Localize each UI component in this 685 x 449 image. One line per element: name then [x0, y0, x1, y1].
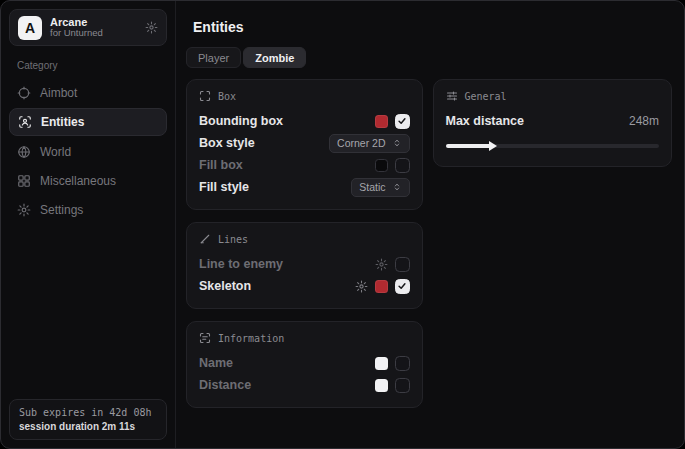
subscription-card: Sub expires in 42d 08h session duration …	[9, 399, 167, 440]
dropdown-value: Static	[359, 181, 385, 193]
card-box: Box Bounding box Box style	[186, 79, 423, 210]
row-label: Line to enemy	[199, 257, 283, 271]
setting-row-fill-box: Fill box	[199, 154, 410, 176]
main-panel: Entities Player Zombie Box Bounding box	[176, 1, 684, 448]
color-swatch[interactable]	[375, 159, 388, 172]
sidebar-item-label: Entities	[41, 115, 84, 129]
app-subtitle: for Unturned	[50, 28, 137, 39]
color-swatch[interactable]	[375, 357, 388, 370]
box-style-dropdown[interactable]: Corner 2D	[329, 134, 409, 153]
scan-text-icon	[199, 332, 211, 344]
sidebar-item-label: Settings	[40, 203, 83, 217]
sidebar-item-aimbot[interactable]: Aimbot	[9, 79, 167, 106]
diagonal-line-icon	[199, 233, 211, 245]
scan-icon	[199, 90, 211, 102]
row-label: Fill style	[199, 180, 249, 194]
right-column: General Max distance 248m	[433, 79, 673, 167]
dropdown-value: Corner 2D	[337, 137, 385, 149]
sidebar-nav: Aimbot Entities World Miscellaneous	[9, 79, 167, 223]
brand-card: A Arcane for Unturned	[9, 9, 167, 46]
fill-style-dropdown[interactable]: Static	[351, 178, 409, 197]
sidebar-item-label: World	[40, 145, 71, 159]
row-controls	[355, 279, 410, 294]
check-icon	[397, 116, 407, 126]
row-label: Name	[199, 356, 233, 370]
row-controls	[375, 158, 410, 173]
gear-icon[interactable]	[145, 21, 158, 34]
sidebar: A Arcane for Unturned Category Aimbot	[1, 1, 176, 448]
card-lines-header: Lines	[199, 233, 410, 245]
sidebar-item-entities[interactable]: Entities	[9, 108, 167, 136]
color-swatch[interactable]	[375, 115, 388, 128]
session-duration-text: session duration 2m 11s	[19, 420, 157, 434]
app-logo: A	[18, 16, 42, 40]
setting-row-box-style: Box style Corner 2D	[199, 132, 410, 154]
left-column: Box Bounding box Box style	[186, 79, 423, 408]
chevrons-up-down-icon	[392, 138, 402, 148]
slider-thumb[interactable]	[489, 141, 497, 151]
row-controls	[375, 378, 410, 393]
row-controls	[375, 356, 410, 371]
checkbox[interactable]	[395, 279, 410, 294]
card-box-header: Box	[199, 90, 410, 102]
user-scan-icon	[18, 115, 32, 129]
color-swatch[interactable]	[375, 280, 388, 293]
layout-grid-icon	[17, 174, 31, 188]
setting-row-distance: Distance	[199, 374, 410, 396]
slider-fill	[446, 144, 493, 148]
row-controls	[375, 114, 410, 129]
tab-zombie[interactable]: Zombie	[243, 47, 306, 68]
card-title: Lines	[218, 234, 248, 245]
setting-row-bounding-box: Bounding box	[199, 110, 410, 132]
checkbox[interactable]	[395, 378, 410, 393]
brand-text: Arcane for Unturned	[50, 16, 137, 40]
sidebar-spacer	[9, 223, 167, 399]
setting-row-skeleton: Skeleton	[199, 275, 410, 297]
card-lines: Lines Line to enemy Skeleton	[186, 222, 423, 309]
setting-row-name: Name	[199, 352, 410, 374]
chevrons-up-down-icon	[392, 182, 402, 192]
crosshair-icon	[17, 86, 31, 100]
sub-expiry-text: Sub expires in 42d 08h	[19, 406, 157, 420]
checkbox[interactable]	[395, 158, 410, 173]
color-swatch[interactable]	[375, 379, 388, 392]
card-title: Box	[218, 91, 236, 102]
row-label: Box style	[199, 136, 255, 150]
sidebar-item-settings[interactable]: Settings	[9, 196, 167, 223]
checkbox[interactable]	[395, 257, 410, 272]
row-controls	[375, 257, 410, 272]
row-label: Bounding box	[199, 114, 283, 128]
setting-row-max-distance: Max distance 248m	[446, 110, 660, 132]
gear-icon[interactable]	[375, 258, 388, 271]
tab-player[interactable]: Player	[186, 47, 241, 68]
check-icon	[397, 281, 407, 291]
card-title: General	[465, 91, 507, 102]
row-label: Fill box	[199, 158, 243, 172]
page-title: Entities	[193, 19, 672, 35]
app-window: A Arcane for Unturned Category Aimbot	[0, 0, 685, 449]
sidebar-item-world[interactable]: World	[9, 138, 167, 165]
row-label: Skeleton	[199, 279, 251, 293]
row-label: Distance	[199, 378, 251, 392]
category-label: Category	[17, 60, 167, 71]
checkbox[interactable]	[395, 356, 410, 371]
gear-icon	[17, 203, 31, 217]
tab-group: Player Zombie	[186, 47, 672, 68]
sliders-icon	[446, 90, 458, 102]
max-distance-slider[interactable]	[446, 141, 660, 151]
sidebar-item-label: Aimbot	[40, 86, 77, 100]
slider-value: 248m	[629, 114, 659, 128]
gear-icon[interactable]	[355, 280, 368, 293]
setting-row-fill-style: Fill style Static	[199, 176, 410, 198]
sidebar-item-label: Miscellaneous	[40, 174, 116, 188]
card-information-header: Information	[199, 332, 410, 344]
card-information: Information Name Distance	[186, 321, 423, 408]
content-columns: Box Bounding box Box style	[186, 79, 672, 408]
card-general-header: General	[446, 90, 660, 102]
sidebar-item-miscellaneous[interactable]: Miscellaneous	[9, 167, 167, 194]
checkbox[interactable]	[395, 114, 410, 129]
card-title: Information	[218, 333, 284, 344]
card-general: General Max distance 248m	[433, 79, 673, 167]
row-label: Max distance	[446, 114, 525, 128]
setting-row-line-to-enemy: Line to enemy	[199, 253, 410, 275]
